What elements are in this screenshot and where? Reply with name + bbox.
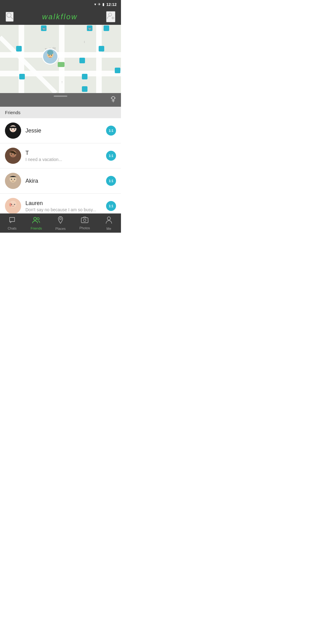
photos-icon [81, 217, 89, 225]
airplane-icon: ✈ [98, 2, 101, 7]
places-icon [57, 216, 64, 226]
svg-point-2 [109, 13, 112, 16]
search-button[interactable] [6, 12, 14, 22]
svg-point-49 [11, 179, 12, 180]
svg-rect-23 [82, 74, 87, 79]
friend-avatar-jessie [5, 123, 21, 139]
tab-chats[interactable]: Chats [0, 216, 24, 230]
svg-text:↑: ↑ [61, 80, 63, 84]
map-svg: ↕ ↑ Turk St Eddy St 🚌 🚌 [0, 25, 121, 93]
friend-item-t[interactable]: T I need a vacation... 1:1 [0, 143, 121, 168]
friends-header-label: Friends [5, 110, 20, 115]
top-nav: walkflow [0, 9, 121, 25]
svg-point-41 [11, 128, 12, 130]
panel-handle-area[interactable] [0, 93, 121, 107]
friend-info-jessie: Jessie [25, 127, 106, 134]
svg-point-45 [11, 154, 12, 155]
status-icons: ▾ ✈ ▮ [94, 2, 105, 7]
svg-point-33 [50, 56, 51, 56]
friend-name-t: T [25, 150, 106, 156]
svg-text:🚌: 🚌 [42, 26, 46, 30]
friend-name-lauren: Lauren [25, 200, 106, 207]
svg-point-68 [37, 218, 39, 220]
svg-point-50 [14, 179, 15, 180]
chat-badge-akira[interactable]: 1:1 [106, 176, 116, 186]
friend-info-t: T I need a vacation... [25, 150, 106, 162]
friend-item-akira[interactable]: Akira 1:1 [0, 168, 121, 194]
app-container: ▾ ✈ ▮ 12:12 walkflow [0, 0, 121, 233]
svg-rect-27 [115, 68, 120, 73]
svg-point-31 [49, 55, 50, 56]
svg-point-69 [60, 218, 61, 220]
add-user-button[interactable] [106, 11, 115, 22]
tab-me[interactable]: Me [97, 216, 121, 230]
svg-rect-25 [19, 74, 25, 79]
friend-info-akira: Akira [25, 178, 106, 184]
friend-info-lauren: Lauren Don't say no because I am so busy… [25, 200, 106, 212]
content-area: ↕ ↑ Turk St Eddy St 🚌 🚌 [0, 25, 121, 213]
friend-avatar-akira [5, 173, 21, 189]
wifi-icon: ▾ [94, 2, 96, 7]
drag-handle [54, 96, 67, 97]
svg-rect-22 [99, 46, 104, 51]
friends-icon [32, 216, 41, 226]
tab-photos-label: Photos [79, 226, 90, 230]
friends-list[interactable]: Jessie 1:1 T I need a vacation... 1:1 Ak… [0, 118, 121, 213]
tab-places-label: Places [55, 227, 65, 230]
svg-point-54 [11, 204, 12, 205]
green-marker [58, 62, 65, 67]
chat-badge-lauren[interactable]: 1:1 [106, 201, 116, 211]
svg-point-30 [47, 50, 53, 55]
friend-name-jessie: Jessie [25, 127, 106, 134]
me-icon [105, 216, 112, 226]
tab-places[interactable]: Places [48, 216, 73, 230]
friend-status-t: I need a vacation... [25, 157, 106, 162]
map-area: ↕ ↑ Turk St Eddy St 🚌 🚌 [0, 25, 121, 93]
friend-name-akira: Akira [25, 178, 106, 184]
svg-text:🚌: 🚌 [88, 26, 92, 30]
friend-status-lauren: Don't say no because I am so busy... [25, 207, 106, 212]
chat-badge-jessie[interactable]: 1:1 [106, 126, 116, 136]
status-bar: ▾ ✈ ▮ 12:12 [0, 0, 121, 9]
friend-avatar-lauren [5, 198, 21, 213]
friend-item-lauren[interactable]: Lauren Don't say no because I am so busy… [0, 194, 121, 213]
svg-rect-20 [104, 25, 109, 31]
friend-item-jessie[interactable]: Jessie 1:1 [0, 118, 121, 143]
tab-friends[interactable]: Friends [24, 216, 48, 230]
svg-point-56 [13, 205, 13, 205]
svg-rect-70 [81, 218, 88, 223]
chat-badge-t[interactable]: 1:1 [106, 151, 116, 161]
bottom-tab-bar: Chats Friends Places [0, 213, 121, 233]
svg-point-72 [107, 217, 110, 220]
svg-point-67 [34, 217, 37, 220]
svg-rect-26 [82, 86, 87, 92]
svg-rect-24 [79, 58, 85, 63]
friends-section-header: Friends [0, 107, 121, 118]
battery-icon: ▮ [102, 2, 105, 7]
chats-icon [8, 216, 16, 226]
filter-icon-button[interactable] [110, 96, 117, 104]
svg-line-1 [11, 17, 13, 19]
svg-text:↕: ↕ [83, 40, 85, 43]
status-time: 12:12 [106, 2, 117, 7]
svg-point-55 [14, 204, 15, 205]
svg-point-32 [51, 55, 52, 56]
tab-friends-label: Friends [31, 226, 42, 230]
svg-point-42 [14, 128, 15, 130]
app-title: walkflow [42, 12, 78, 21]
svg-point-71 [83, 219, 86, 221]
map-user-avatar [42, 48, 58, 65]
svg-point-46 [14, 154, 15, 155]
friend-avatar-t [5, 148, 21, 164]
tab-chats-label: Chats [8, 226, 17, 230]
tab-photos[interactable]: Photos [73, 217, 97, 230]
svg-rect-10 [96, 25, 102, 93]
svg-rect-21 [16, 46, 22, 51]
tab-me-label: Me [106, 227, 111, 230]
